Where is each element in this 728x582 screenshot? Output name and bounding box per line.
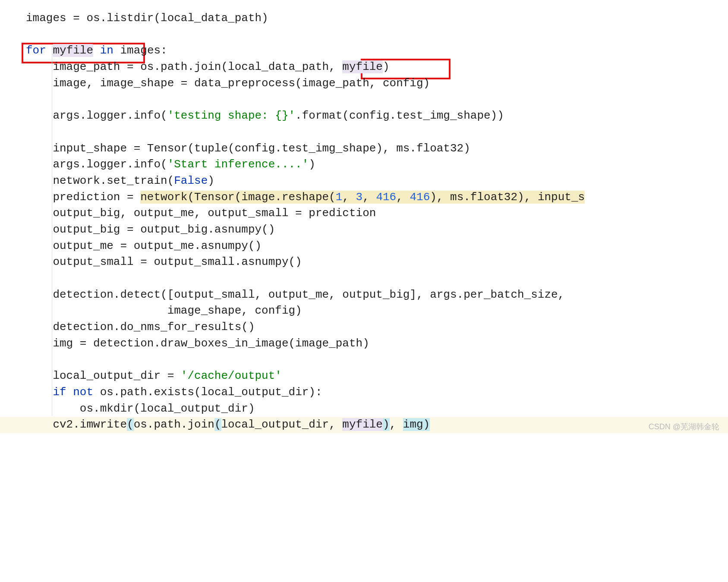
code-text: args.logger.info( — [26, 158, 167, 171]
code-text: img = detection.draw_boxes_in_image(imag… — [26, 337, 369, 350]
code-line[interactable] — [0, 271, 728, 287]
paren-close: ) — [383, 418, 390, 431]
code-text: , — [396, 191, 410, 204]
code-text: output_small = output_small.asnumpy() — [26, 255, 302, 268]
code-text: input_shape = Tensor(tuple(config.test_i… — [26, 142, 470, 155]
code-text: network.set_train( — [26, 174, 174, 187]
code-line[interactable] — [0, 27, 728, 43]
code-text: os.mkdir(local_output_dir) — [26, 402, 255, 415]
string-literal: 'Start inference....' — [167, 158, 309, 171]
paren-open: ( — [127, 418, 134, 431]
code-line[interactable]: prediction = network(Tensor(image.reshap… — [0, 189, 728, 206]
code-line[interactable]: os.mkdir(local_output_dir) — [0, 401, 728, 417]
keyword-not: not — [73, 386, 93, 399]
keyword-in: in — [100, 44, 113, 57]
code-text: local_output_dir = — [26, 369, 181, 382]
string-literal: '/cache/output' — [181, 369, 282, 382]
code-text: detection.do_nms_for_results() — [26, 321, 255, 333]
code-text: , — [362, 191, 376, 204]
code-line[interactable]: img = detection.draw_boxes_in_image(imag… — [0, 336, 728, 352]
code-text: ) — [208, 174, 214, 187]
code-line[interactable] — [0, 91, 728, 108]
code-line[interactable]: detection.do_nms_for_results() — [0, 319, 728, 336]
code-line[interactable]: output_big = output_big.asnumpy() — [0, 222, 728, 238]
string-literal: 'testing shape: {}' — [167, 109, 295, 122]
number-literal: 416 — [376, 191, 396, 204]
code-line[interactable]: image_shape, config) — [0, 303, 728, 319]
highlighted-code: network(Tensor(image.reshape( — [140, 191, 335, 204]
variable-myfile: myfile — [342, 418, 383, 431]
code-line[interactable]: args.logger.info('testing shape: {}'.for… — [0, 108, 728, 124]
code-editor[interactable]: images = os.listdir(local_data_path) for… — [0, 0, 728, 437]
code-text: , — [342, 191, 356, 204]
variable-myfile: myfile — [53, 44, 93, 57]
code-text: ), ms.float32), input_s — [430, 191, 585, 204]
watermark: CSDN @芜湖韩金轮 — [649, 421, 719, 432]
code-line[interactable]: output_me = output_me.asnumpy() — [0, 238, 728, 255]
code-line[interactable]: for myfile in images: — [0, 43, 728, 59]
code-text: , — [390, 418, 403, 431]
code-text: .format(config.test_img_shape)) — [295, 109, 504, 122]
number-literal: 3 — [356, 191, 363, 204]
code-text: output_big = output_big.asnumpy() — [26, 223, 275, 236]
code-line[interactable] — [0, 124, 728, 141]
code-text: os.path.join — [134, 418, 214, 431]
code-text: args.logger.info( — [26, 109, 167, 122]
code-line[interactable]: detection.detect([output_small, output_m… — [0, 287, 728, 303]
code-line[interactable]: args.logger.info('Start inference....') — [0, 157, 728, 173]
number-literal: 416 — [410, 191, 430, 204]
code-line[interactable]: image, image_shape = data_preprocess(ima… — [0, 76, 728, 92]
keyword-for: for — [26, 44, 46, 57]
code-text: : — [161, 44, 167, 57]
code-text: images = os.listdir(local_data_path) — [26, 12, 268, 25]
code-text — [46, 44, 53, 57]
code-line[interactable] — [0, 352, 728, 368]
code-line[interactable]: local_output_dir = '/cache/output' — [0, 368, 728, 384]
variable-myfile: myfile — [342, 60, 383, 73]
code-line[interactable]: output_big, output_me, output_small = pr… — [0, 205, 728, 222]
code-text: detection.detect([output_small, output_m… — [26, 288, 564, 301]
code-text — [93, 44, 100, 57]
code-text: ) — [383, 60, 390, 73]
code-line[interactable]: if not os.path.exists(local_output_dir): — [0, 384, 728, 401]
number-literal: 1 — [336, 191, 343, 204]
code-line[interactable]: cv2.imwrite(os.path.join(local_output_di… — [0, 417, 728, 433]
code-line[interactable]: output_small = output_small.asnumpy() — [0, 254, 728, 271]
code-text: images — [113, 44, 161, 57]
code-line[interactable]: image_path = os.path.join(local_data_pat… — [0, 59, 728, 76]
code-line[interactable]: input_shape = Tensor(tuple(config.test_i… — [0, 141, 728, 157]
code-text: prediction = — [26, 191, 140, 204]
code-text: output_me = output_me.asnumpy() — [26, 239, 262, 252]
code-text — [66, 386, 73, 399]
code-text: image, image_shape = data_preprocess(ima… — [26, 77, 430, 90]
code-text — [26, 386, 53, 399]
code-text: output_big, output_me, output_small = pr… — [26, 207, 376, 220]
code-text: local_output_dir, — [221, 418, 343, 431]
code-text: os.path.exists(local_output_dir): — [93, 386, 322, 399]
code-line[interactable]: images = os.listdir(local_data_path) — [0, 10, 728, 27]
keyword-if: if — [53, 386, 66, 399]
code-text: cv2.imwrite — [26, 418, 127, 431]
keyword-false: False — [174, 174, 208, 187]
cursor-region: img) — [403, 418, 430, 431]
code-line[interactable]: network.set_train(False) — [0, 173, 728, 189]
code-text: image_path = os.path.join(local_data_pat… — [26, 60, 342, 73]
code-text: image_shape, config) — [26, 304, 302, 317]
code-text: ) — [309, 158, 315, 171]
paren-open: ( — [214, 418, 221, 431]
